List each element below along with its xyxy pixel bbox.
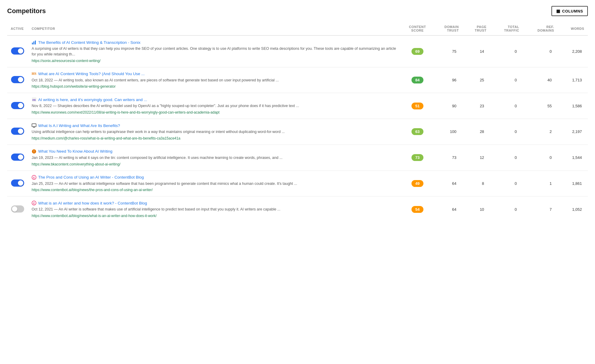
- competitor-snippet-2: Nov 8, 2022 — Sharples describes the AI …: [32, 103, 400, 109]
- total-traffic-5: 0: [490, 171, 523, 196]
- competitor-favicon-4: !: [32, 149, 36, 154]
- ref-domains-6: 7: [523, 196, 558, 222]
- competitor-name-4: What You Need To Know About AI Writing: [38, 149, 112, 154]
- competitor-url-0[interactable]: https://sonix.ai/resources/ai-content-wr…: [32, 59, 101, 63]
- competitor-favicon-2: en: [32, 97, 36, 102]
- competitor-url-5[interactable]: https://www.contentbot.ai/blog/news/the-…: [32, 188, 153, 192]
- active-toggle-3[interactable]: [11, 128, 24, 135]
- columns-icon: ▦: [556, 9, 560, 13]
- competitor-snippet-5: Jan 25, 2023 — An AI writer is artificia…: [32, 181, 400, 187]
- svg-rect-0: [32, 43, 33, 44]
- page-trust-0: 14: [462, 35, 490, 67]
- competitor-snippet-3: Using artificial intelligence can help w…: [32, 129, 400, 135]
- competitor-name-3: What Is A.I Writing and What Are Its Ben…: [38, 123, 120, 128]
- page-trust-6: 10: [462, 196, 490, 222]
- content-score-badge-1: 84: [411, 77, 423, 83]
- words-1: 1,713: [558, 67, 588, 93]
- competitor-snippet-0: A surprising use of AI writers is that t…: [32, 46, 400, 57]
- page-trust-4: 12: [462, 145, 490, 171]
- competitor-snippet-6: Oct 12, 2021 — An AI writer is software …: [32, 207, 400, 212]
- active-toggle-2[interactable]: [11, 102, 24, 109]
- table-row: C What is an AI writer and how does it w…: [7, 196, 588, 222]
- content-score-badge-4: 73: [411, 154, 423, 161]
- page-trust-3: 28: [462, 119, 490, 145]
- words-3: 2,197: [558, 119, 588, 145]
- table-row: What Is A.I Writing and What Are Its Ben…: [7, 119, 588, 145]
- col-ref-domains: REF.DOMAINS: [523, 22, 558, 35]
- domain-trust-2: 90: [431, 93, 462, 119]
- competitor-title-3[interactable]: What Is A.I Writing and What Are Its Ben…: [32, 123, 400, 128]
- col-words: WORDS: [558, 22, 588, 35]
- total-traffic-4: 0: [490, 145, 523, 171]
- page-trust-5: 8: [462, 171, 490, 196]
- page-title: Competitors: [7, 7, 46, 15]
- table-row: C The Pros and Cons of Using an AI Write…: [7, 171, 588, 196]
- active-toggle-5[interactable]: [11, 179, 24, 187]
- domain-trust-1: 96: [431, 67, 462, 93]
- total-traffic-2: 0: [490, 93, 523, 119]
- content-score-badge-2: 51: [411, 103, 423, 109]
- competitor-favicon-6: C: [32, 201, 36, 205]
- competitor-favicon-3: [32, 123, 36, 128]
- svg-rect-1: [33, 41, 34, 44]
- competitor-favicon-1: HS: [32, 72, 36, 76]
- competitor-name-6: What is an AI writer and how does it wor…: [38, 201, 147, 205]
- competitor-name-2: AI writing is here, and it's worryingly …: [38, 97, 147, 102]
- columns-button-label: COLUMNS: [562, 9, 583, 13]
- competitor-name-1: What are AI Content Writing Tools? (And …: [38, 72, 145, 76]
- competitor-title-0[interactable]: The Benefits of AI Content Writing & Tra…: [32, 40, 400, 45]
- words-2: 1,586: [558, 93, 588, 119]
- table-row: The Benefits of AI Content Writing & Tra…: [7, 35, 588, 67]
- col-competitor: COMPETITOR: [28, 22, 404, 35]
- words-6: 1,052: [558, 196, 588, 222]
- competitor-url-4[interactable]: https://www.bkacontent.com/everything-ab…: [32, 162, 120, 166]
- competitor-name-5: The Pros and Cons of Using an AI Writer …: [38, 175, 144, 179]
- svg-text:C: C: [33, 176, 35, 179]
- col-content-score: CONTENTSCORE: [404, 22, 431, 35]
- words-0: 2,208: [558, 35, 588, 67]
- competitor-favicon-5: C: [32, 175, 36, 180]
- ref-domains-5: 1: [523, 171, 558, 196]
- words-4: 1,544: [558, 145, 588, 171]
- columns-button[interactable]: ▦ COLUMNS: [551, 6, 588, 16]
- competitor-url-2[interactable]: https://www.euronews.com/next/2022/11/08…: [32, 110, 220, 114]
- competitor-url-6[interactable]: https://www.contentbot.ai/blog/news/what…: [32, 214, 157, 218]
- table-row: HS What are AI Content Writing Tools? (A…: [7, 67, 588, 93]
- active-toggle-1[interactable]: [11, 76, 24, 83]
- active-toggle-6[interactable]: [11, 205, 24, 213]
- svg-rect-3: [32, 124, 36, 127]
- ref-domains-2: 55: [523, 93, 558, 119]
- svg-text:!: !: [33, 150, 34, 153]
- competitor-title-6[interactable]: C What is an AI writer and how does it w…: [32, 201, 400, 205]
- domain-trust-3: 100: [431, 119, 462, 145]
- competitor-url-1[interactable]: https://blog.hubspot.com/website/ai-writ…: [32, 84, 115, 89]
- competitor-url-3[interactable]: https://medium.com/@charles-ross/what-is…: [32, 136, 180, 140]
- content-score-badge-5: 49: [411, 180, 423, 187]
- content-score-badge-6: 54: [411, 206, 423, 213]
- total-traffic-3: 0: [490, 119, 523, 145]
- competitor-name-0: The Benefits of AI Content Writing & Tra…: [38, 40, 141, 45]
- svg-rect-2: [35, 41, 36, 44]
- table-header-row: ACTIVE COMPETITOR CONTENTSCORE DOMAINTRU…: [7, 22, 588, 35]
- ref-domains-1: 40: [523, 67, 558, 93]
- competitor-title-2[interactable]: en AI writing is here, and it's worrying…: [32, 97, 400, 102]
- competitor-title-5[interactable]: C The Pros and Cons of Using an AI Write…: [32, 175, 400, 180]
- competitor-snippet-4: Jan 19, 2023 — AI writing is what it say…: [32, 155, 400, 161]
- competitor-favicon-0: [32, 40, 36, 45]
- competitor-snippet-1: Oct 18, 2022 — AI writing tools, also kn…: [32, 78, 400, 83]
- col-page-trust: PAGETRUST: [462, 22, 490, 35]
- table-row: ! What You Need To Know About AI Writing…: [7, 145, 588, 171]
- domain-trust-6: 64: [431, 196, 462, 222]
- competitor-title-1[interactable]: HS What are AI Content Writing Tools? (A…: [32, 72, 400, 76]
- competitor-title-4[interactable]: ! What You Need To Know About AI Writing: [32, 149, 400, 154]
- content-score-badge-3: 63: [411, 128, 423, 135]
- domain-trust-0: 75: [431, 35, 462, 67]
- table-row: en AI writing is here, and it's worrying…: [7, 93, 588, 119]
- active-toggle-0[interactable]: [11, 47, 24, 55]
- ref-domains-0: 0: [523, 35, 558, 67]
- col-total-traffic: TOTALTRAFFIC: [490, 22, 523, 35]
- active-toggle-4[interactable]: [11, 154, 24, 161]
- col-domain-trust: DOMAINTRUST: [431, 22, 462, 35]
- total-traffic-6: 0: [490, 196, 523, 222]
- domain-trust-5: 64: [431, 171, 462, 196]
